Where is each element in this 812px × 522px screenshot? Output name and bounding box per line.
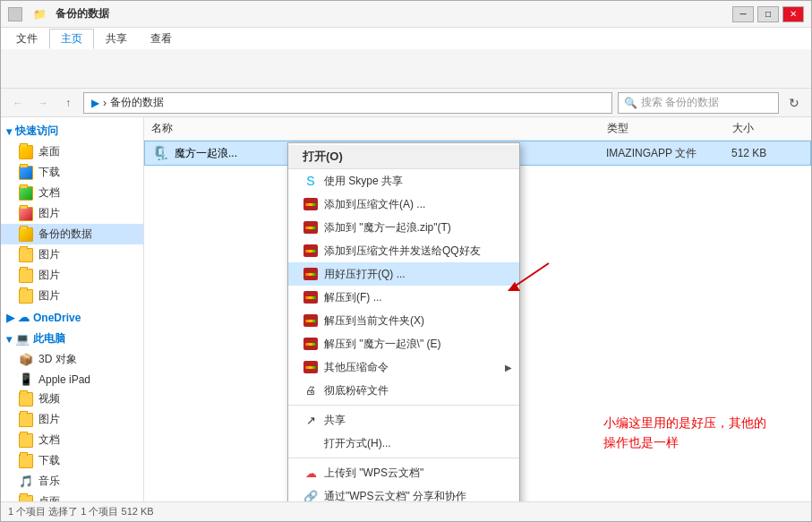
annotation-arrow xyxy=(495,259,567,295)
folder-icon xyxy=(19,248,33,262)
sidebar-item-label: 图片 xyxy=(38,288,60,304)
sidebar-item-pictures2[interactable]: 图片 xyxy=(1,244,143,265)
ribbon-content xyxy=(1,49,811,89)
sidebar-item-label: 图片 xyxy=(38,268,60,283)
menu-extract-here[interactable]: 解压到当前文件夹(X) xyxy=(288,309,519,332)
sidebar-item-downloads[interactable]: 下载 xyxy=(1,162,143,183)
close-button[interactable]: ✕ xyxy=(782,6,804,22)
menu-add-zip[interactable]: 添加到 "魔方一起浪.zip"(T) xyxy=(288,216,519,239)
column-type-header[interactable]: 类型 xyxy=(607,121,732,136)
sidebar-section-thispc: ▾ 💻 此电脑 📦 3D 对象 📱 Apple iPad 视频 xyxy=(1,329,143,501)
menu-item-label: 共享 xyxy=(324,413,346,428)
callout-label: 小编这里用的是好压，其他的操作也是一样 xyxy=(603,415,766,449)
folder-pic-icon xyxy=(19,207,33,221)
sidebar-item-videos[interactable]: 视频 xyxy=(1,389,143,409)
back-button[interactable]: ← xyxy=(8,93,28,113)
explorer-window: 📁 备份的数据 ─ □ ✕ 文件 主页 共享 查看 ← → ↑ ▶ › 备份的数… xyxy=(0,0,812,522)
column-name-header[interactable]: 名称 xyxy=(151,121,607,136)
menu-share[interactable]: ↗ 共享 xyxy=(288,408,519,432)
menu-skype-share[interactable]: S 使用 Skype 共享 xyxy=(288,169,519,193)
sidebar-header-onedrive[interactable]: ▶ ☁ OneDrive xyxy=(1,308,143,327)
menu-item-label: 解压到当前文件夹(X) xyxy=(324,313,424,329)
sidebar-item-docs[interactable]: 文档 xyxy=(1,430,143,450)
folder-video-icon xyxy=(19,392,33,406)
menu-open-haozip[interactable]: 用好压打开(Q) ... xyxy=(288,262,519,286)
file-type: IMAZINGAPP 文件 xyxy=(606,146,731,161)
menu-other-compress[interactable]: 其他压缩命令 ▶ xyxy=(288,355,519,379)
chevron-icon: ▾ xyxy=(6,333,12,346)
menu-send-qq[interactable]: 添加到压缩文件并发送给QQ好友 xyxy=(288,239,519,262)
wps-cloud-icon: ☁ xyxy=(303,465,319,481)
system-icon xyxy=(8,7,22,21)
menu-open-with[interactable]: 打开方式(H)... xyxy=(288,432,519,455)
other-compress-icon xyxy=(303,359,319,375)
sidebar-item-label: 下载 xyxy=(38,165,60,180)
sidebar-section-quickaccess: ▾ 快速访问 桌面 下载 文档 图片 xyxy=(1,121,143,306)
sidebar-item-label: 桌面 xyxy=(38,144,60,159)
sidebar-item-label: 音乐 xyxy=(38,474,60,489)
maximize-button[interactable]: □ xyxy=(757,6,779,22)
onedrive-icon: ☁ xyxy=(18,311,30,324)
search-box[interactable]: 🔍 搜索 备份的数据 xyxy=(618,92,779,114)
folder-backup-icon xyxy=(19,227,33,242)
up-button[interactable]: ↑ xyxy=(58,93,78,113)
tab-view[interactable]: 查看 xyxy=(139,29,184,49)
file-size: 512 KB xyxy=(731,147,803,159)
sidebar-onedrive-label: OneDrive xyxy=(33,312,81,324)
sidebar-item-pics[interactable]: 图片 xyxy=(1,409,143,430)
sidebar-item-label: 3D 对象 xyxy=(38,352,77,367)
titlebar: 📁 备份的数据 ─ □ ✕ xyxy=(1,1,811,28)
sidebar-item-label: 图片 xyxy=(38,412,60,427)
sidebar-item-music[interactable]: 🎵 音乐 xyxy=(1,471,143,492)
submenu-arrow-icon: ▶ xyxy=(505,363,512,372)
sidebar-item-desktop[interactable]: 桌面 xyxy=(1,141,143,162)
sidebar-item-label: 文档 xyxy=(38,432,60,448)
winrar-icon xyxy=(303,196,319,212)
tab-file[interactable]: 文件 xyxy=(4,29,49,49)
refresh-button[interactable]: ↻ xyxy=(784,93,804,113)
sidebar-item-pictures3[interactable]: 图片 xyxy=(1,265,143,286)
tab-home[interactable]: 主页 xyxy=(49,29,94,49)
breadcrumb-arrow: ▶ xyxy=(91,97,99,109)
folder-doc-icon xyxy=(19,186,33,201)
column-headers: 名称 类型 大小 xyxy=(144,117,811,141)
sidebar-item-label: 备份的数据 xyxy=(38,227,92,242)
sidebar-item-backup[interactable]: 备份的数据 xyxy=(1,224,143,244)
titlebar-path: 📁 xyxy=(33,8,47,21)
menu-separator-2 xyxy=(288,458,519,458)
sidebar-item-pictures[interactable]: 图片 xyxy=(1,203,143,224)
sidebar-item-desktop2[interactable]: 桌面 xyxy=(1,492,143,501)
menu-extract-folder[interactable]: 解压到 "魔方一起浪\" (E) xyxy=(288,332,519,355)
forward-button[interactable]: → xyxy=(33,93,53,113)
sidebar-header-thispc[interactable]: ▾ 💻 此电脑 xyxy=(1,329,143,349)
file-name-text: 魔方一起浪... xyxy=(175,146,237,161)
menu-item-label: 其他压缩命令 xyxy=(324,360,389,375)
sidebar-item-3dobjects[interactable]: 📦 3D 对象 xyxy=(1,349,143,370)
pc-icon: 💻 xyxy=(15,332,30,346)
column-size-header[interactable]: 大小 xyxy=(732,121,804,136)
sidebar-item-dl[interactable]: 下载 xyxy=(1,450,143,471)
menu-item-label: 解压到(F) ... xyxy=(324,290,382,305)
skype-icon: S xyxy=(303,173,319,189)
menu-add-archive[interactable]: 添加到压缩文件(A) ... xyxy=(288,193,519,216)
tab-share[interactable]: 共享 xyxy=(94,29,139,49)
menu-extract[interactable]: 解压到(F) ... xyxy=(288,286,519,309)
chevron-icon: ▾ xyxy=(6,125,12,138)
sidebar-item-ipad[interactable]: 📱 Apple iPad xyxy=(1,370,143,389)
music-icon: 🎵 xyxy=(19,475,33,488)
winrar-icon2 xyxy=(303,219,319,235)
menu-wps-share[interactable]: 🔗 通过"WPS云文档" 分享和协作 xyxy=(288,484,519,501)
address-box[interactable]: ▶ › 备份的数据 xyxy=(83,92,612,114)
menu-item-label: 添加到压缩文件(A) ... xyxy=(324,197,425,212)
minimize-button[interactable]: ─ xyxy=(732,6,754,22)
titlebar-title: 备份的数据 xyxy=(56,6,109,21)
window-controls xyxy=(8,7,22,21)
sidebar-section-onedrive: ▶ ☁ OneDrive xyxy=(1,308,143,327)
sidebar-item-pictures4[interactable]: 图片 xyxy=(1,286,143,306)
sidebar-item-label: 桌面 xyxy=(38,494,60,501)
menu-shred[interactable]: 🖨 彻底粉碎文件 xyxy=(288,379,519,402)
menu-wps-upload[interactable]: ☁ 上传到 "WPS云文档" xyxy=(288,461,519,484)
sidebar-item-documents[interactable]: 文档 xyxy=(1,183,143,203)
sidebar-header-quickaccess[interactable]: ▾ 快速访问 xyxy=(1,121,143,141)
file-zip-icon: 🗜️ xyxy=(152,145,169,161)
